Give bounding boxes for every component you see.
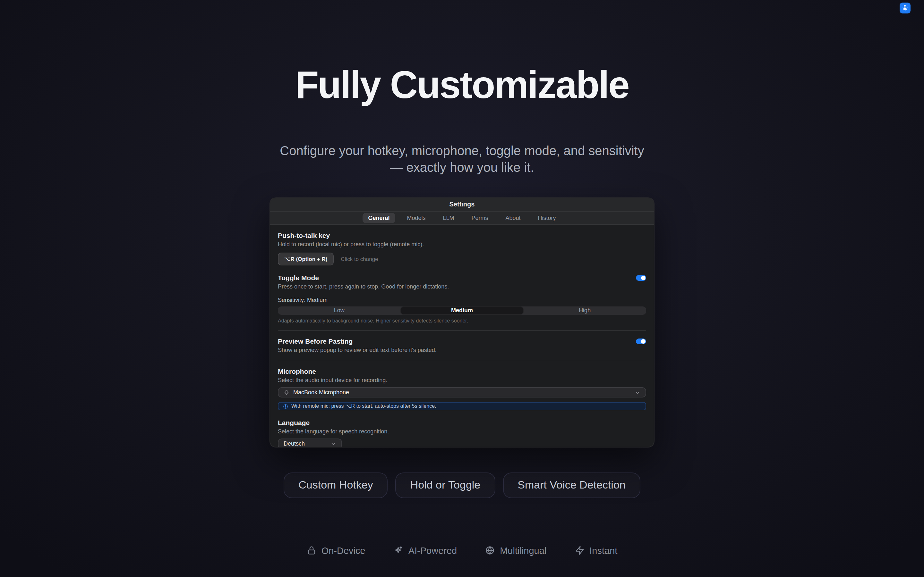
badge-label: On-Device: [321, 546, 365, 556]
sensitivity-segmented-control: Low Medium High: [278, 306, 646, 315]
tab-history[interactable]: History: [532, 213, 562, 223]
divider: [278, 359, 646, 360]
language-description: Select the language for speech recogniti…: [278, 428, 646, 435]
toggle-mode-label: Toggle Mode: [278, 274, 449, 282]
page: Fully Customizable Configure your hotkey…: [0, 0, 924, 577]
microphone-icon: [901, 2, 909, 14]
divider: [278, 330, 646, 331]
toggle-mode-switch[interactable]: [636, 275, 646, 281]
settings-content: Push-to-talk key Hold to record (local m…: [270, 225, 654, 448]
zap-icon: [575, 546, 584, 556]
microphone-section: Microphone Select the audio input device…: [278, 367, 646, 410]
microphone-selected-device: MacBook Microphone: [293, 389, 631, 396]
language-selected-value: Deutsch: [284, 440, 305, 447]
hotkey-button[interactable]: ⌥R (Option + R): [278, 253, 334, 266]
chevron-down-icon: [330, 438, 336, 448]
settings-window-title: Settings: [449, 201, 475, 208]
badge-label: Instant: [590, 546, 617, 556]
preview-switch[interactable]: [636, 338, 646, 345]
toggle-mode-text: Toggle Mode Press once to start, press a…: [278, 274, 449, 290]
preview-text: Preview Before Pasting Show a preview po…: [278, 337, 437, 353]
tab-about[interactable]: About: [500, 213, 527, 223]
tab-llm[interactable]: LLM: [437, 213, 460, 223]
preview-label: Preview Before Pasting: [278, 337, 437, 345]
badge-instant: Instant: [575, 546, 617, 556]
preview-before-pasting-section: Preview Before Pasting Show a preview po…: [278, 337, 646, 353]
toggle-mode-description: Press once to start, press again to stop…: [278, 284, 449, 290]
tab-models[interactable]: Models: [401, 213, 431, 223]
pill-custom-hotkey[interactable]: Custom Hotkey: [284, 472, 388, 498]
language-section: Language Select the language for speech …: [278, 419, 646, 448]
language-select[interactable]: Deutsch: [278, 438, 342, 448]
toggle-mode-section: Toggle Mode Press once to start, press a…: [278, 274, 646, 290]
badge-label: Multilingual: [500, 546, 546, 556]
pill-hold-or-toggle[interactable]: Hold or Toggle: [396, 472, 495, 498]
globe-icon: [485, 546, 495, 556]
sensitivity-section: Sensitivity: Medium Low Medium High Adap…: [278, 297, 646, 324]
sparkles-icon: [394, 546, 403, 556]
language-label: Language: [278, 419, 646, 426]
badge-label: AI-Powered: [409, 546, 457, 556]
microphone-select[interactable]: MacBook Microphone: [278, 387, 646, 398]
microphone-label: Microphone: [278, 367, 646, 375]
tab-general[interactable]: General: [362, 213, 395, 223]
remote-mic-info-banner: With remote mic: press ⌥R to start, auto…: [278, 402, 646, 410]
sensitivity-note: Adapts automatically to background noise…: [278, 318, 646, 324]
info-icon: [283, 400, 288, 412]
badge-multilingual: Multilingual: [485, 546, 546, 556]
sensitivity-option-low[interactable]: Low: [278, 306, 401, 315]
badge-on-device: On-Device: [307, 546, 365, 556]
push-to-talk-description: Hold to record (local mic) or press to t…: [278, 241, 646, 247]
pill-smart-voice-detection[interactable]: Smart Voice Detection: [503, 472, 640, 498]
subtitle-line-2: — exactly how you like it.: [0, 159, 924, 176]
hotkey-change-hint: Click to change: [341, 256, 378, 262]
remote-mic-info-text: With remote mic: press ⌥R to start, auto…: [291, 403, 436, 409]
preview-description: Show a preview popup to review or edit t…: [278, 347, 437, 353]
hero-section: Fully Customizable Configure your hotkey…: [0, 0, 924, 176]
push-to-talk-section: Push-to-talk key Hold to record (local m…: [278, 231, 646, 266]
page-title: Fully Customizable: [0, 64, 924, 106]
switch-knob: [641, 339, 646, 344]
settings-titlebar: Settings: [270, 198, 654, 211]
lock-icon: [307, 546, 317, 556]
sensitivity-option-high[interactable]: High: [523, 306, 646, 315]
sensitivity-option-medium[interactable]: Medium: [401, 306, 523, 315]
menubar-mic-button[interactable]: [900, 3, 911, 13]
feature-pills: Custom Hotkey Hold or Toggle Smart Voice…: [0, 472, 924, 498]
settings-tabbar: General Models LLM Perms About History: [270, 211, 654, 225]
tab-perms[interactable]: Perms: [466, 213, 494, 223]
microphone-icon: [284, 387, 289, 398]
page-subtitle: Configure your hotkey, microphone, toggl…: [0, 142, 924, 176]
badge-ai-powered: AI-Powered: [394, 546, 457, 556]
chevron-down-icon: [635, 387, 640, 398]
switch-knob: [641, 276, 646, 280]
subtitle-line-1: Configure your hotkey, microphone, toggl…: [0, 142, 924, 159]
settings-window: Settings General Models LLM Perms About …: [270, 197, 654, 448]
microphone-description: Select the audio input device for record…: [278, 377, 646, 384]
push-to-talk-label: Push-to-talk key: [278, 231, 646, 239]
footer-badges: On-Device AI-Powered Multilingual: [0, 546, 924, 556]
push-to-talk-key-row: ⌥R (Option + R) Click to change: [278, 253, 646, 266]
sensitivity-label: Sensitivity: Medium: [278, 297, 646, 303]
